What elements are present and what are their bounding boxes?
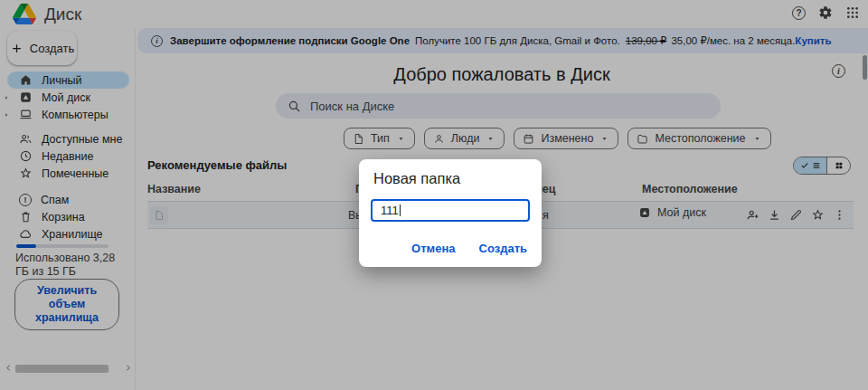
folder-name-input[interactable]: 111: [371, 199, 530, 222]
google-drive-app: Диск ? i Завершите оформление подписки G…: [0, 0, 868, 390]
dialog-actions: Отмена Создать: [411, 242, 527, 255]
dialog-title: Новая папка: [373, 170, 460, 187]
folder-name-value: 111: [381, 204, 399, 217]
cancel-button[interactable]: Отмена: [411, 242, 455, 255]
text-cursor: [400, 205, 401, 216]
create-folder-button[interactable]: Создать: [479, 242, 527, 255]
new-folder-dialog: Новая папка 111 Отмена Создать: [359, 159, 542, 267]
